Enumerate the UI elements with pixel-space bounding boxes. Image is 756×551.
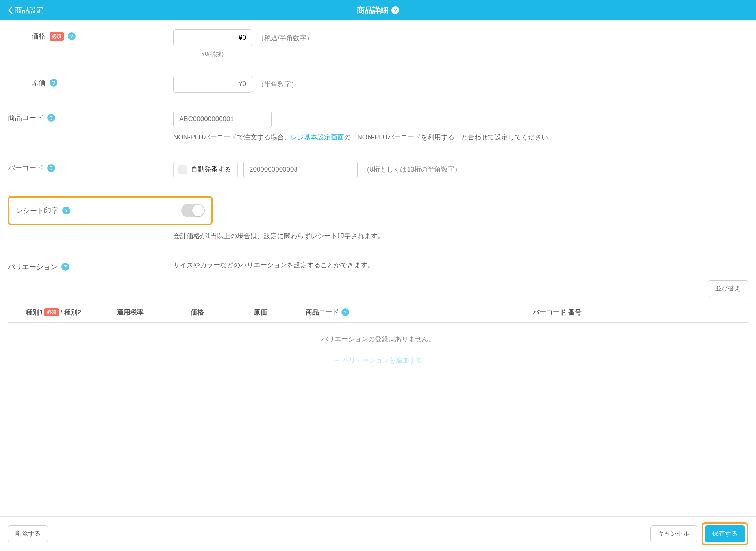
product-code-field: NON-PLUバーコードで注文する場合、レジ基本設定画面の「NON-PLUバーコ…: [173, 111, 748, 143]
cost-field: （半角数字）: [173, 76, 748, 93]
price-label-text: 価格: [32, 31, 46, 41]
product-code-label: 商品コード ?: [8, 111, 173, 122]
receipt-toggle[interactable]: [181, 204, 205, 217]
cost-label: 原価 ?: [8, 76, 173, 87]
variation-label: バリエーション ?: [8, 260, 173, 272]
page-title-text: 商品詳細: [357, 5, 388, 16]
barcode-field: 自動発番する （8桁もしくは13桁の半角数字）: [173, 161, 748, 178]
product-code-label-text: 商品コード: [8, 113, 43, 122]
help-icon[interactable]: ?: [47, 114, 55, 122]
barcode-row: バーコード ? 自動発番する （8桁もしくは13桁の半角数字）: [0, 152, 756, 187]
help-icon[interactable]: ?: [62, 207, 70, 214]
price-hint: （税込/半角数字）: [258, 33, 313, 43]
product-code-input[interactable]: [173, 111, 272, 128]
col-cost: 原価: [233, 308, 288, 317]
chevron-left-icon: [8, 6, 13, 14]
price-field: （税込/半角数字） ¥0(税抜): [173, 29, 748, 58]
required-badge: 必須: [50, 32, 64, 41]
barcode-label: バーコード ?: [8, 161, 173, 173]
page-title: 商品詳細 ?: [357, 5, 399, 16]
col-price: 価格: [162, 308, 233, 317]
barcode-hint: （8桁もしくは13桁の半角数字）: [363, 165, 461, 174]
help-icon[interactable]: ?: [61, 263, 69, 271]
help-icon[interactable]: ?: [341, 308, 349, 316]
auto-issue-label: 自動発番する: [191, 165, 231, 174]
cost-hint: （半角数字）: [258, 80, 298, 89]
help-icon[interactable]: ?: [391, 6, 399, 14]
back-label: 商品設定: [15, 6, 43, 15]
variation-field: サイズやカラーなどのバリエーションを設定することができます。: [173, 260, 748, 271]
register-settings-link[interactable]: レジ基本設定画面: [291, 133, 344, 141]
back-button[interactable]: 商品設定: [8, 6, 43, 15]
variation-table-header: 種別1 必須 / 種別2 適用税率 価格 原価 商品コード ? バーコード 番号: [8, 302, 748, 323]
help-icon[interactable]: ?: [50, 79, 57, 87]
cost-label-text: 原価: [32, 78, 46, 87]
col-code-text: 商品コード: [306, 308, 339, 317]
price-row: 価格 必須 ? （税込/半角数字） ¥0(税抜): [0, 20, 756, 67]
content: 価格 必須 ? （税込/半角数字） ¥0(税抜) 原価 ? （半角数字） 商品コ…: [0, 20, 756, 409]
sort-row: 並び替え: [0, 280, 756, 302]
price-subtext: ¥0(税抜): [173, 50, 252, 58]
product-code-row: 商品コード ? NON-PLUバーコードで注文する場合、レジ基本設定画面の「NO…: [0, 102, 756, 152]
col-code: 商品コード ?: [288, 308, 367, 317]
auto-issue-checkbox[interactable]: 自動発番する: [173, 161, 238, 178]
required-badge: 必須: [44, 308, 59, 316]
cost-row: 原価 ? （半角数字）: [0, 67, 756, 102]
price-input[interactable]: [173, 29, 252, 46]
variation-table: 種別1 必須 / 種別2 適用税率 価格 原価 商品コード ? バーコード 番号…: [8, 302, 748, 373]
receipt-row: レシート印字 ? 会計価格が1円以上の場合は、設定に関わらずレシート印字されます…: [0, 187, 756, 251]
header: 商品設定 商品詳細 ?: [0, 0, 756, 20]
code-desc-2: の「NON-PLUバーコードを利用する」と合わせて設定してください。: [344, 133, 555, 141]
add-variation-button[interactable]: ＋ バリエーションを追加する: [8, 348, 748, 373]
sort-button[interactable]: 並び替え: [708, 280, 748, 297]
variation-label-text: バリエーション: [8, 262, 57, 272]
receipt-desc: 会計価格が1円以上の場合は、設定に関わらずレシート印字されます。: [0, 231, 384, 242]
help-icon[interactable]: ?: [68, 32, 76, 40]
receipt-label: レシート印字 ?: [16, 206, 70, 215]
product-code-desc: NON-PLUバーコードで注文する場合、レジ基本設定画面の「NON-PLUバーコ…: [173, 132, 748, 143]
col-type2: / 種別2: [60, 308, 81, 317]
barcode-label-text: バーコード: [8, 163, 43, 173]
col-type1: 種別1: [26, 308, 43, 317]
receipt-highlight: レシート印字 ?: [8, 196, 213, 225]
help-icon[interactable]: ?: [47, 164, 55, 172]
variation-row: バリエーション ? サイズやカラーなどのバリエーションを設定することができます。: [0, 251, 756, 280]
barcode-input[interactable]: [243, 161, 358, 178]
variation-empty: バリエーションの登録はありません。: [8, 323, 748, 348]
variation-desc: サイズやカラーなどのバリエーションを設定することができます。: [173, 260, 748, 271]
price-label: 価格 必須 ?: [8, 29, 173, 41]
cost-input[interactable]: [173, 76, 252, 93]
col-type: 種別1 必須 / 種別2: [8, 308, 99, 317]
col-barcode: バーコード 番号: [367, 308, 748, 317]
col-tax: 適用税率: [99, 308, 162, 317]
code-desc-1: NON-PLUバーコードで注文する場合、: [173, 133, 291, 141]
receipt-label-text: レシート印字: [16, 206, 58, 215]
